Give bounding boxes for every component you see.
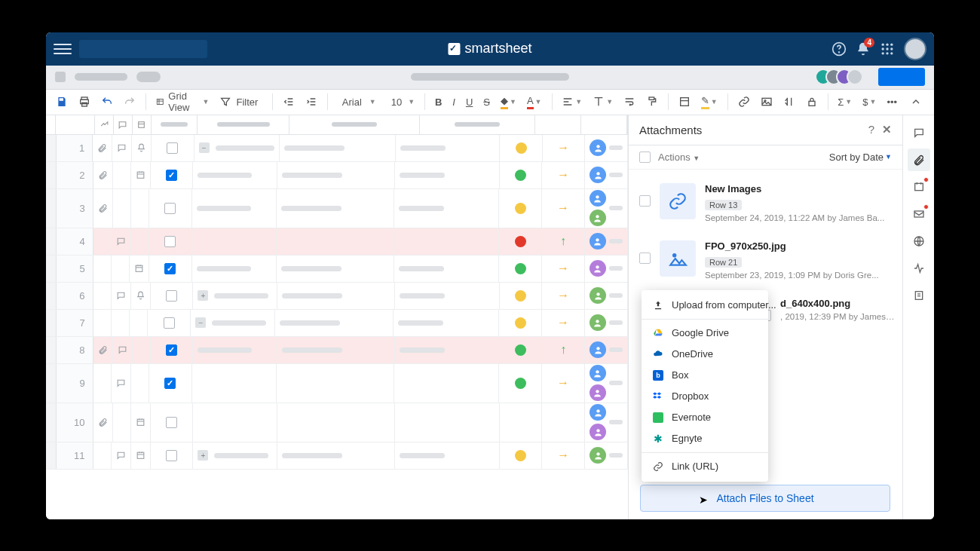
attachment-checkbox[interactable] [639, 195, 651, 207]
status-indicator[interactable] [515, 378, 526, 389]
status-indicator[interactable] [516, 142, 527, 154]
row-checkbox[interactable] [164, 236, 176, 247]
assignee-avatar[interactable] [590, 233, 606, 249]
row-comment-icon[interactable] [112, 283, 131, 309]
format-paint-icon[interactable] [642, 93, 662, 110]
conditional-format-icon[interactable] [675, 93, 694, 110]
upload-menu-item[interactable]: bBox [642, 365, 768, 386]
row-comment-icon[interactable] [112, 364, 131, 403]
row-comment-icon[interactable] [112, 135, 132, 161]
row-attachment-icon[interactable] [93, 364, 112, 403]
row-checkbox[interactable] [164, 378, 176, 389]
status-indicator[interactable] [515, 263, 526, 274]
rail-summary-icon[interactable] [908, 284, 930, 307]
attachment-checkbox[interactable] [639, 253, 651, 264]
row-reminder-icon[interactable] [131, 228, 149, 255]
expand-toggle-icon[interactable]: + [198, 450, 208, 461]
row-attachment-icon[interactable] [93, 189, 113, 228]
upload-menu-item[interactable]: Dropbox [642, 386, 768, 407]
indent-icon[interactable] [302, 93, 321, 110]
assignee-avatar[interactable] [590, 341, 606, 358]
status-indicator[interactable] [515, 344, 526, 356]
row-attachment-icon[interactable] [93, 256, 112, 282]
rail-conversations-icon[interactable] [908, 121, 930, 144]
notifications-icon[interactable]: 4 [856, 41, 871, 57]
user-avatar[interactable] [904, 38, 926, 60]
help-icon[interactable] [831, 41, 847, 57]
row-attachment-icon[interactable] [93, 337, 113, 363]
row-reminder-icon[interactable] [132, 135, 152, 161]
row-attachment-icon[interactable] [93, 283, 112, 309]
table-row[interactable]: 3→ [46, 189, 628, 228]
save-icon[interactable] [52, 93, 72, 110]
row-reminder-icon[interactable] [130, 310, 148, 336]
underline-icon[interactable]: U [462, 94, 476, 110]
actions-dropdown[interactable]: Actions ▼ [658, 152, 700, 163]
attach-files-button[interactable]: Attach Files to Sheet [640, 485, 890, 512]
collaborator-avatar[interactable] [847, 69, 863, 85]
row-checkbox[interactable] [166, 170, 177, 181]
print-icon[interactable] [75, 93, 94, 110]
attachment-item[interactable]: New ImagesRow 13September 24, 2019, 11:2… [639, 176, 896, 233]
row-reminder-icon[interactable] [131, 189, 149, 228]
row-attachment-icon[interactable] [93, 442, 112, 469]
row-comment-icon[interactable] [112, 228, 131, 255]
row-comment-icon[interactable] [112, 256, 130, 282]
attachment-item[interactable]: FPO_970x250.jpgRow 21September 23, 2019,… [639, 233, 896, 290]
image-icon[interactable] [757, 93, 776, 110]
row-attachment-icon[interactable] [93, 162, 113, 188]
status-indicator[interactable] [515, 450, 526, 461]
row-attachment-icon[interactable] [93, 228, 112, 255]
collapse-toolbar-icon[interactable] [904, 93, 928, 111]
share-button[interactable] [878, 68, 925, 86]
rail-attachments-icon[interactable] [908, 148, 930, 171]
filter-button[interactable]: Filter [216, 93, 266, 110]
assignee-avatar[interactable] [590, 190, 606, 207]
wrap-icon[interactable] [620, 93, 639, 110]
menu-toggle-icon[interactable] [54, 40, 72, 58]
table-row[interactable]: 9→ [46, 364, 628, 403]
link-icon[interactable] [734, 93, 754, 110]
assignee-avatar[interactable] [590, 210, 606, 226]
valign-icon[interactable]: ▼ [589, 93, 617, 110]
row-reminder-icon[interactable] [131, 162, 151, 188]
upload-menu-link-url[interactable]: Link (URL) [642, 456, 768, 477]
assignee-avatar[interactable] [590, 139, 606, 156]
assignee-avatar[interactable] [590, 384, 606, 401]
expand-toggle-icon[interactable]: − [199, 142, 210, 153]
upload-menu-item[interactable]: Upload from computer... [642, 295, 768, 316]
outdent-icon[interactable] [279, 93, 299, 110]
row-checkbox[interactable] [166, 450, 177, 461]
select-all-checkbox[interactable] [639, 152, 651, 163]
assignee-avatar[interactable] [590, 424, 606, 440]
row-checkbox[interactable] [164, 263, 176, 274]
row-checkbox[interactable] [167, 142, 178, 154]
rail-activity-icon[interactable] [908, 257, 930, 280]
assignee-avatar[interactable] [590, 167, 606, 183]
row-reminder-icon[interactable] [131, 283, 151, 309]
row-checkbox[interactable] [164, 203, 176, 214]
app-launcher-icon[interactable] [880, 41, 895, 57]
rail-update-requests-icon[interactable] [908, 203, 930, 225]
assignee-avatar[interactable] [590, 447, 606, 464]
panel-help-icon[interactable]: ? [868, 123, 874, 136]
currency-icon[interactable]: $▼ [859, 94, 880, 110]
redo-icon[interactable] [120, 93, 139, 110]
grid[interactable]: 1−→2→3→4↑5→6+→7−→8↑9→1011+→ [46, 115, 628, 519]
panel-close-icon[interactable]: ✕ [882, 123, 892, 136]
row-reminder-icon[interactable] [131, 364, 149, 403]
status-indicator[interactable] [515, 203, 526, 214]
row-comment-icon[interactable] [113, 162, 131, 188]
assignee-avatar[interactable] [590, 314, 606, 331]
row-reminder-icon[interactable] [131, 442, 151, 469]
row-checkbox[interactable] [166, 417, 177, 428]
rail-publish-icon[interactable] [908, 230, 930, 253]
assignee-avatar[interactable] [590, 287, 606, 304]
undo-icon[interactable] [97, 93, 117, 110]
row-attachment-icon[interactable] [93, 403, 113, 442]
table-row[interactable]: 10 [46, 403, 628, 442]
align-icon[interactable]: ▼ [558, 93, 586, 110]
row-attachment-icon[interactable] [93, 135, 112, 161]
sort-dropdown[interactable]: Sort by Date ▼ [829, 152, 892, 163]
row-comment-icon[interactable] [113, 337, 133, 363]
